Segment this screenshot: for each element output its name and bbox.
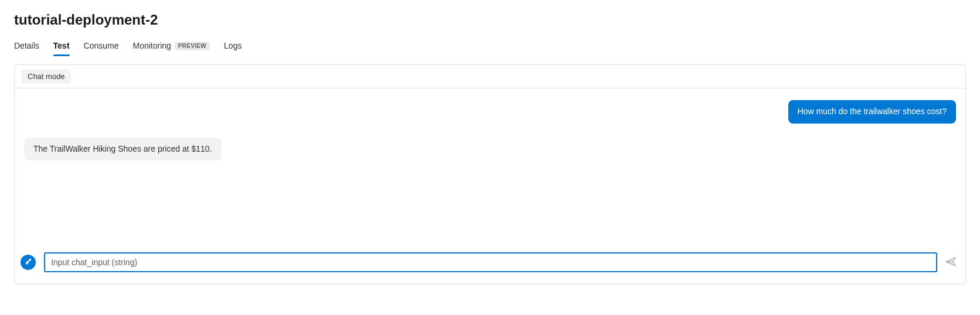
panel-header: Chat mode (15, 65, 965, 88)
tab-label: Logs (224, 41, 241, 50)
chat-area: How much do the trailwalker shoes cost? … (15, 88, 965, 252)
tab-details[interactable]: Details (14, 37, 39, 56)
tab-label: Details (14, 41, 39, 50)
tab-label: Monitoring (132, 41, 171, 50)
tabs-bar: Details Test Consume Monitoring PREVIEW … (14, 37, 966, 56)
chat-mode-button[interactable]: Chat mode (22, 70, 71, 83)
tab-test[interactable]: Test (53, 37, 70, 56)
chat-row-assistant: The TrailWalker Hiking Shoes are priced … (24, 138, 956, 161)
page-title: tutorial-deployment-2 (14, 12, 966, 28)
tab-logs[interactable]: Logs (224, 37, 241, 56)
tab-label: Test (53, 41, 70, 50)
chat-input[interactable] (44, 252, 937, 272)
tab-consume[interactable]: Consume (84, 37, 119, 56)
chat-row-user: How much do the trailwalker shoes cost? (24, 100, 956, 124)
preview-badge: PREVIEW (175, 42, 210, 50)
test-panel: Chat mode How much do the trailwalker sh… (14, 64, 966, 285)
assistant-message: The TrailWalker Hiking Shoes are priced … (24, 138, 222, 161)
clear-chat-button[interactable] (21, 255, 36, 270)
input-row (15, 252, 965, 284)
send-icon (945, 256, 956, 269)
user-message: How much do the trailwalker shoes cost? (788, 100, 956, 124)
tab-monitoring[interactable]: Monitoring PREVIEW (132, 37, 210, 56)
tab-label: Consume (84, 41, 119, 50)
send-button[interactable] (945, 256, 956, 269)
brush-icon (24, 258, 32, 268)
